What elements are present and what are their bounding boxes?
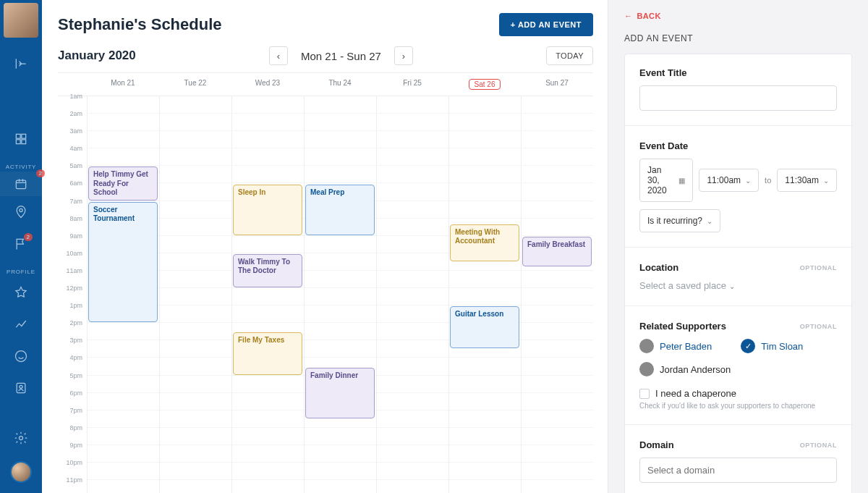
calendar-cell[interactable] [159,340,231,358]
calendar-cell[interactable] [376,306,448,323]
calendar-cell[interactable] [231,288,304,306]
calendar-cell[interactable] [159,393,231,410]
secondary-avatar[interactable] [10,461,32,483]
calendar-cell[interactable] [448,114,521,131]
calendar-cell[interactable] [159,148,231,166]
calendar-cell[interactable] [521,358,593,375]
calendar-cell[interactable] [159,323,231,340]
calendar-cell[interactable] [521,148,593,166]
profile-icon[interactable] [12,379,30,397]
calendar-cell[interactable] [159,201,231,219]
calendar-cell[interactable] [231,236,304,253]
calendar-cell[interactable] [304,253,376,271]
calendar-event[interactable]: File My Taxes [233,332,302,374]
calendar-cell[interactable] [231,148,304,166]
calendar-cell[interactable] [521,410,593,428]
calendar-cell[interactable] [231,393,304,410]
calendar-cell[interactable] [521,96,593,114]
calendar-cell[interactable] [231,306,304,323]
calendar-cell[interactable] [448,96,521,114]
calendar-cell[interactable] [159,114,231,131]
back-link[interactable]: ← BACK [624,12,852,20]
calendar-cell[interactable] [304,148,376,166]
calendar-cell[interactable] [159,463,231,480]
add-event-button[interactable]: + ADD AN EVENT [499,13,593,36]
calendar-cell[interactable] [376,96,448,114]
calendar-cell[interactable] [521,271,593,288]
calendar-cell[interactable] [87,148,159,166]
calendar-cell[interactable] [376,219,448,236]
calendar-cell[interactable] [521,323,593,340]
calendar-cell[interactable] [231,445,304,463]
calendar-cell[interactable] [231,114,304,131]
calendar-cell[interactable] [159,428,231,445]
calendar-cell[interactable] [87,376,159,393]
dashboard-icon[interactable] [12,130,30,148]
calendar-cell[interactable] [159,236,231,253]
calendar-cell[interactable] [159,219,231,236]
calendar-event[interactable]: Meeting With Accountant [450,224,519,261]
calendar-cell[interactable] [231,410,304,428]
chat-icon[interactable] [12,347,30,365]
calendar-cell[interactable] [376,340,448,358]
supporter-option[interactable]: ✓Tim Sloan [741,339,803,353]
calendar-cell[interactable] [87,114,159,131]
calendar-cell[interactable] [304,463,376,480]
calendar-cell[interactable] [159,288,231,306]
calendar-cell[interactable] [376,201,448,219]
end-time-select[interactable]: 11:30am ⌄ [777,169,837,192]
calendar-cell[interactable] [231,166,304,183]
calendar-cell[interactable] [448,463,521,480]
calendar-cell[interactable] [304,131,376,148]
calendar-cell[interactable] [376,253,448,271]
calendar-cell[interactable] [304,271,376,288]
calendar-cell[interactable] [521,114,593,131]
calendar-cell[interactable] [521,340,593,358]
calendar-cell[interactable] [448,445,521,463]
calendar-cell[interactable] [448,358,521,375]
calendar-cell[interactable] [376,236,448,253]
calendar-cell[interactable] [87,463,159,480]
calendar-cell[interactable] [159,183,231,201]
calendar-cell[interactable] [376,288,448,306]
calendar-cell[interactable] [448,148,521,166]
user-avatar[interactable] [4,3,38,38]
prev-week-button[interactable]: ‹ [269,46,288,65]
calendar-cell[interactable] [448,288,521,306]
calendar-cell[interactable] [448,393,521,410]
supporter-option[interactable]: Peter Baden [639,339,712,353]
calendar-cell[interactable] [304,166,376,183]
calendar-cell[interactable] [87,480,159,493]
calendar-cell[interactable] [448,131,521,148]
calendar-cell[interactable] [521,201,593,219]
calendar-event[interactable]: Walk Timmy To The Doctor [233,254,302,287]
calendar-cell[interactable] [304,323,376,340]
calendar-cell[interactable] [376,183,448,201]
calendar-cell[interactable] [231,463,304,480]
calendar-cell[interactable] [159,131,231,148]
calendar-cell[interactable] [87,393,159,410]
star-icon[interactable] [12,284,30,301]
calendar-icon[interactable]: 2 [0,172,42,196]
calendar-cell[interactable] [448,376,521,393]
calendar-event[interactable]: Help Timmy Get Ready For School [88,167,158,200]
calendar-cell[interactable] [231,96,304,114]
calendar-cell[interactable] [521,131,593,148]
calendar-cell[interactable] [376,445,448,463]
calendar-event[interactable]: Sleep In [233,185,302,235]
calendar-cell[interactable] [376,376,448,393]
calendar-cell[interactable] [448,428,521,445]
calendar-cell[interactable] [231,428,304,445]
domain-select[interactable] [639,458,837,483]
calendar-cell[interactable] [159,410,231,428]
calendar-cell[interactable] [448,166,521,183]
next-week-button[interactable]: › [394,46,413,65]
calendar-cell[interactable] [159,480,231,493]
location-select[interactable]: Select a saved place ⌄ [639,280,837,291]
calendar-cell[interactable] [448,480,521,493]
calendar-cell[interactable] [448,410,521,428]
calendar-cell[interactable] [521,428,593,445]
calendar-cell[interactable] [376,463,448,480]
calendar-cell[interactable] [376,358,448,375]
calendar-cell[interactable] [376,114,448,131]
